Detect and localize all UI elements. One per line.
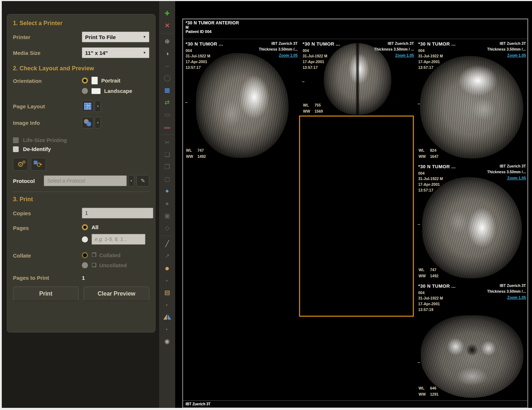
cell-title: *30 N TUMOR ... [303, 41, 340, 48]
capture-record-icon[interactable]: ▬ [162, 122, 173, 131]
wl-label: WL [186, 147, 197, 153]
copy-tool-icon[interactable]: ❏ [162, 150, 173, 159]
annotation-tool-icon[interactable]: ▤ [162, 288, 173, 297]
swap-images-icon[interactable]: ⇄ [162, 98, 173, 107]
wl-label: WL [419, 385, 430, 391]
radio-selected-icon[interactable] [82, 224, 88, 230]
radio-selected-icon[interactable] [82, 77, 88, 84]
radio-selected-icon[interactable] [82, 252, 88, 258]
layout-grid-tool-icon[interactable]: ▦ [162, 86, 173, 95]
print-button[interactable]: Print [13, 287, 79, 301]
orientation-portrait-option[interactable]: Portrait [82, 77, 149, 84]
printer-dropdown[interactable]: Print To File ▼ [82, 32, 149, 42]
de-identify-option[interactable]: De-Identify [13, 146, 149, 152]
portrait-option-label: Portrait [101, 77, 120, 84]
wl-label: WL [419, 267, 430, 273]
crop-tool-icon[interactable]: ▢ [162, 175, 173, 184]
expand-arrow-icon[interactable]: ▸ [162, 276, 173, 285]
line-tool-icon[interactable]: ╱ [162, 239, 173, 248]
freehand-roi-tool-icon[interactable]: ◇ [162, 223, 173, 232]
wl-label: WL [419, 147, 430, 153]
expand-arrow-icon[interactable]: ▸ [162, 325, 173, 334]
pages-range-input[interactable] [92, 234, 145, 245]
patient-dob: 31-Jul-1922 M [418, 53, 456, 59]
copies-label: Copies [13, 210, 82, 216]
life-size-option[interactable]: Life-Size Printing [13, 137, 149, 143]
settings-background: 1. Select a Printer Printer Print To Fil… [2, 1, 159, 408]
copies-input[interactable] [82, 208, 153, 218]
window-edge-bottom [0, 408, 532, 410]
checkbox-unchecked-icon[interactable] [13, 146, 19, 152]
slice-position-marker: − [417, 222, 420, 227]
ww-value: 1569 [314, 109, 323, 113]
zoom-link[interactable]: Zoom 1.05 [487, 175, 526, 181]
image-info-dropdown-button[interactable]: ▼ [95, 117, 101, 128]
pages-all-option[interactable]: All [82, 224, 149, 230]
add-image-icon[interactable]: ✚ [162, 9, 173, 18]
preview-cell-2[interactable]: *30 N TUMOR ... 004 31-Jul-1922 M 17-Apr… [301, 39, 416, 116]
expand-arrow-icon[interactable]: ▸ [162, 300, 173, 309]
preview-cell-3[interactable]: *30 N TUMOR ... 004 31-Jul-1922 M 17-Apr… [416, 39, 528, 162]
brush-tool-icon[interactable]: ● [162, 264, 173, 273]
image-info-button[interactable] [82, 117, 93, 128]
remove-image-icon[interactable]: ✕ [162, 21, 173, 30]
page-layout-row: Page Layout ? ▼ [13, 100, 149, 112]
pages-row: Pages All [13, 224, 149, 245]
pages-range-option[interactable] [82, 234, 149, 245]
uncollated-option[interactable]: ❏ Uncollated [82, 262, 149, 268]
zoom-link[interactable]: Zoom 1.05 [374, 52, 414, 58]
radio-unselected-icon[interactable] [82, 88, 88, 94]
polygon-select-tool-icon[interactable]: ✦ [162, 187, 173, 196]
station-name: IBT Zuerich 3T [487, 163, 526, 169]
checkbox-unchecked-icon[interactable] [13, 137, 19, 143]
capture-region-icon[interactable]: ▭ [162, 110, 173, 119]
stack-scroll-tool-icon[interactable]: ◯ [162, 74, 173, 83]
protocol-dropdown-button[interactable]: ▼ [128, 175, 134, 187]
life-size-label: Life-Size Printing [23, 137, 67, 143]
divider [161, 135, 174, 135]
zoom-tool-icon[interactable]: ⊕ [162, 37, 173, 46]
protocol-edit-button[interactable]: ✎ [136, 175, 149, 187]
arrow-tool-icon[interactable]: ↗ [162, 251, 173, 260]
patient-id: 004 [418, 171, 456, 176]
radio-unselected-icon[interactable] [82, 236, 88, 242]
flip-horizontal-icon[interactable] [162, 312, 173, 321]
mask-tool-icon[interactable]: ◉ [162, 337, 173, 346]
media-size-dropdown[interactable]: 11" x 14" ▼ [82, 47, 149, 58]
slice-thickness: Thickness 3.50mm / ... [374, 46, 414, 52]
collated-option[interactable]: ❐ Collated [82, 252, 149, 258]
orientation-landscape-option[interactable]: Landscape [82, 88, 149, 94]
layout-grid-icon: ? [84, 103, 92, 110]
printer-dropdown-value: Print To File [85, 34, 116, 40]
orientation-label: Orientation [13, 77, 82, 84]
ww-value: 1492 [430, 274, 438, 278]
tool-strip: ✚ ✕ ⊕ ◑ ⇔ ◯ ▦ ⇄ ▭ ▬ ✂ ❏ ❐ ▢ ✦ ● ▣ ◇ ╱ ↗ … [159, 1, 175, 408]
preview-cell-1[interactable]: *30 N TUMOR ... 004 31-Jul-1922 M 17-Apr… [184, 39, 299, 162]
cell-title: *30 N TUMOR ... [418, 163, 456, 170]
uncollated-pages-icon: ❏ [92, 262, 96, 268]
zoom-link[interactable]: Zoom 1.05 [259, 52, 298, 58]
media-size-row: Media Size 11" x 14" ▼ [13, 47, 149, 58]
rect-roi-tool-icon[interactable]: ▣ [162, 211, 173, 220]
preview-cell-4[interactable]: *30 N TUMOR ... 004 31-Jul-1922 M 17-Apr… [416, 162, 528, 282]
protocol-settings-button[interactable]: ⚙ ⚙ [13, 158, 28, 171]
selected-empty-cell[interactable] [299, 116, 414, 317]
zoom-link[interactable]: Zoom 1.05 [487, 52, 526, 58]
slice-thickness: Thickness 3.50mm /... [487, 288, 526, 294]
preview-cell-5[interactable]: *30 N TUMOR ... 004 31-Jul-1922 M 17-Apr… [416, 282, 528, 400]
zoom-link[interactable]: Zoom 1.05 [487, 294, 526, 300]
radio-unselected-icon[interactable] [82, 262, 88, 268]
ellipse-roi-tool-icon[interactable]: ● [162, 199, 173, 208]
page-layout-button[interactable]: ? [82, 100, 93, 112]
pan-tool-icon[interactable]: ⇔ [162, 61, 173, 70]
page-layout-dropdown-button[interactable]: ▼ [95, 100, 101, 112]
station-name: IBT Zuerich 3T [259, 41, 298, 46]
window-level-tool-icon[interactable]: ◑ [162, 49, 173, 58]
landscape-page-icon [92, 88, 101, 94]
protocol-input[interactable] [44, 175, 127, 186]
protocol-sync-button[interactable]: ⟳ [31, 158, 46, 171]
clear-preview-button[interactable]: Clear Preview [84, 287, 149, 301]
paste-tool-icon[interactable]: ❐ [162, 162, 173, 171]
uncollated-label: Uncollated [99, 262, 127, 268]
cut-tool-icon[interactable]: ✂ [162, 138, 173, 147]
